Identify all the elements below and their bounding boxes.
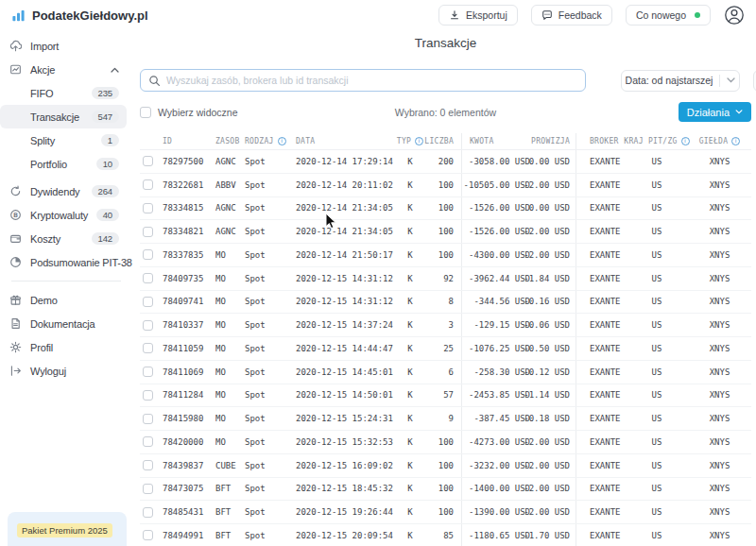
cell-data: 2020-12-15 20:09:54 — [293, 524, 395, 546]
row-checkbox[interactable] — [143, 367, 153, 377]
row-checkbox[interactable] — [143, 390, 153, 401]
column-header-label: RODZAJ — [245, 137, 274, 145]
sidebar-item-akcje[interactable]: Akcje — [0, 58, 127, 81]
cell-rodzaj: Spot — [242, 244, 293, 266]
sidebar-item-splity[interactable]: Splity1 — [0, 128, 127, 152]
cell-broker: EXANTE — [576, 454, 626, 477]
row-checkbox[interactable] — [143, 227, 153, 237]
row-checkbox[interactable] — [143, 530, 153, 540]
actions-button[interactable]: Działania — [679, 102, 751, 122]
search-input[interactable] — [166, 75, 577, 86]
cell-typ: K — [395, 267, 425, 290]
table-row[interactable]: 78415980MOSpot2020-12-15 15:24:31K9-387.… — [140, 407, 751, 431]
cell-kraj: US — [626, 501, 688, 523]
transactions-table: IDZASOBRODZAJiDATATYPiLICZBAKWOTAPROWIZJ… — [140, 133, 751, 546]
row-checkbox[interactable] — [143, 320, 153, 331]
table-row[interactable]: 78322681ABBVSpot2020-12-14 20:11:02K100-… — [140, 174, 751, 197]
cell-rodzaj: Spot — [242, 337, 293, 360]
column-header-label: KRAJ PIT/ZG — [624, 137, 677, 145]
row-checkbox[interactable] — [143, 179, 153, 190]
row-checkbox[interactable] — [143, 249, 153, 260]
premium-info-box: Pakiet Premium 2025 Wyliczenia mają char… — [8, 512, 127, 546]
row-checkbox[interactable] — [143, 414, 153, 424]
cell-data: 2020-12-15 14:37:24 — [293, 314, 395, 336]
table-row[interactable]: 78439837CUBESpot2020-12-15 16:09:02K100-… — [140, 454, 751, 478]
table-row[interactable]: 78411059MOSpot2020-12-15 14:44:47K25-107… — [140, 337, 751, 361]
sidebar-item-transakcje[interactable]: Transakcje547 — [0, 105, 127, 128]
app-logo[interactable]: PodatekGiełdowy.pl — [11, 9, 148, 23]
count-badge: 40 — [96, 209, 119, 221]
info-icon[interactable]: i — [278, 137, 286, 145]
search-icon — [148, 75, 161, 87]
sidebar-item-dokumentacja[interactable]: Dokumentacja — [0, 312, 127, 335]
row-checkbox[interactable] — [143, 203, 153, 213]
cell-liczba: 100 — [425, 197, 461, 220]
row-checkbox[interactable] — [143, 484, 153, 494]
row-checkbox[interactable] — [143, 273, 153, 283]
info-icon[interactable]: i — [415, 137, 423, 145]
controls-row: Wybierz widoczne Wybrano: 0 elementów Dz… — [140, 102, 751, 122]
table-row[interactable]: 78334815AGNCSpot2020-12-14 21:34:05K100-… — [140, 197, 751, 221]
cell-zasob: AGNC — [212, 150, 242, 173]
sidebar-item-label: Akcje — [30, 64, 55, 76]
cell-kwota: -3232.00 USD — [461, 454, 533, 477]
sidebar-item-label: Splity — [30, 135, 55, 146]
avatar[interactable] — [724, 5, 745, 26]
sidebar-item-profil[interactable]: Profil — [0, 335, 127, 359]
table-row[interactable]: 78420000MOSpot2020-12-15 15:32:53K100-42… — [140, 431, 751, 454]
export-button[interactable]: Eksportuj — [438, 5, 518, 26]
sidebar-item-label: FIFO — [30, 88, 53, 99]
cell-gielda: XNYS — [688, 314, 751, 336]
chevron-up-icon[interactable] — [111, 67, 119, 73]
sidebar-item-demo[interactable]: Demo — [0, 288, 127, 312]
row-checkbox[interactable] — [143, 343, 153, 353]
table-row[interactable]: 78411069MOSpot2020-12-15 14:45:01K6-258.… — [140, 361, 751, 384]
sidebar-item-podsumowanie-pit-38[interactable]: Podsumowanie PIT-38 — [0, 250, 127, 274]
table-row[interactable]: 78409741MOSpot2020-12-15 14:31:12K8-344.… — [140, 291, 751, 315]
sidebar-item-import[interactable]: Import — [0, 34, 127, 58]
row-checkbox[interactable] — [143, 460, 153, 470]
feedback-button[interactable]: Feedback — [531, 5, 612, 26]
table-row[interactable]: 78411284MOSpot2020-12-15 14:50:01K57-245… — [140, 384, 751, 408]
table-row[interactable]: 78409735MOSpot2020-12-15 14:31:12K92-396… — [140, 267, 751, 291]
column-header-label: GIEŁDA — [699, 137, 729, 145]
whats-new-button[interactable]: Co nowego — [626, 5, 711, 26]
info-icon[interactable]: i — [731, 137, 740, 145]
cell-liczba: 100 — [425, 174, 461, 196]
cell-prowizja: -2.00 USD — [533, 220, 576, 243]
table-row[interactable]: 78485431BFTSpot2020-12-15 19:26:44K100-1… — [140, 501, 751, 524]
cell-kwota: -10505.00 USD — [461, 174, 533, 196]
row-checkbox[interactable] — [143, 507, 153, 518]
sidebar-item-label: Kryptowaluty — [30, 210, 88, 221]
cell-gielda: XNYS — [688, 524, 751, 546]
table-row[interactable]: 78334821AGNCSpot2020-12-14 21:34:05K100-… — [140, 220, 751, 244]
sidebar-item-dywidendy[interactable]: Dywidendy264 — [0, 179, 127, 203]
table-row[interactable]: 78473075BFTSpot2020-12-15 18:45:32K100-1… — [140, 478, 751, 502]
sidebar-item-portfolio[interactable]: Portfolio10 — [0, 152, 127, 176]
cell-data: 2020-12-15 14:31:12 — [293, 267, 395, 290]
cell-id: 78473075 — [159, 478, 212, 501]
sort-dropdown[interactable]: Data: od najstarszej — [621, 70, 740, 92]
table-row[interactable]: 78337835MOSpot2020-12-14 21:50:17K100-43… — [140, 244, 751, 267]
sidebar-item-koszty[interactable]: Koszty142 — [0, 227, 127, 250]
cell-kraj: US — [626, 314, 688, 336]
row-checkbox[interactable] — [143, 297, 153, 307]
column-header-kwota: KWOTA — [461, 133, 533, 149]
table-row[interactable]: 78410337MOSpot2020-12-15 14:37:24K3-129.… — [140, 314, 751, 337]
sidebar-item-kryptowaluty[interactable]: BKryptowaluty40 — [0, 203, 127, 227]
sidebar-item-wyloguj[interactable]: Wyloguj — [0, 359, 127, 383]
cell-prowizja: -1.70 USD — [533, 524, 576, 546]
cell-broker: EXANTE — [576, 337, 626, 360]
cell-kwota: -1526.00 USD — [461, 220, 533, 243]
cell-gielda: XNYS — [688, 150, 751, 173]
row-checkbox[interactable] — [143, 156, 153, 166]
cell-liczba: 100 — [425, 431, 461, 453]
cell-kraj: US — [626, 220, 688, 243]
table-row[interactable]: 78494991BFTSpot2020-12-15 20:09:54K85-11… — [140, 524, 751, 546]
table-row[interactable]: 78297500AGNCSpot2020-12-14 17:29:14K200-… — [140, 150, 751, 174]
cell-broker: EXANTE — [576, 524, 626, 546]
sidebar-item-fifo[interactable]: FIFO235 — [0, 81, 127, 105]
cell-rodzaj: Spot — [242, 407, 293, 430]
row-checkbox[interactable] — [143, 436, 153, 447]
sidebar-item-label: Profil — [30, 342, 53, 353]
